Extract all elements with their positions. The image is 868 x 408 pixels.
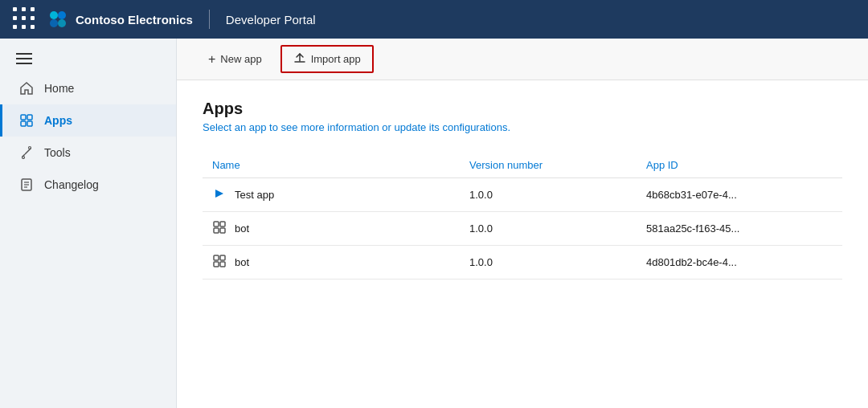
sidebar-item-changelog[interactable]: Changelog [0,169,176,201]
apps-table: Name Version number App ID Test app 1.0.… [203,153,842,279]
app-version-cell: 1.0.0 [460,178,637,212]
app-name: Test app [235,189,274,201]
table-row[interactable]: Test app 1.0.0 4b68cb31-e07e-4... [203,178,842,212]
apps-icon [18,112,35,129]
hamburger-button[interactable] [0,45,176,72]
grid-icon [212,254,227,271]
app-id-cell: 4d801db2-bc4e-4... [637,246,842,279]
sidebar-item-tools[interactable]: Tools [0,137,176,169]
app-name: bot [235,256,249,268]
grid-menu-icon[interactable] [13,7,37,31]
col-header-appid: App ID [637,153,842,178]
svg-rect-4 [21,115,26,120]
page-subtitle: Select an app to see more information or… [203,121,842,133]
apps-content: Apps Select an app to see more informati… [177,80,868,408]
app-name-cell: bot [203,212,460,246]
sidebar-label-changelog: Changelog [44,178,99,191]
svg-rect-20 [220,228,225,233]
grid-icon [212,220,227,237]
new-app-button[interactable]: + New app [196,47,274,72]
svg-rect-22 [220,255,225,260]
app-id-cell: 4b68cb31-e07e-4... [637,178,842,212]
app-name: bot [235,222,249,235]
svg-point-9 [23,157,25,159]
sidebar-item-home[interactable]: Home [0,72,176,104]
toolbar: + New app Import app [177,39,868,80]
sidebar-item-apps[interactable]: Apps [0,104,176,137]
svg-rect-21 [214,255,219,260]
svg-point-1 [58,11,66,19]
sidebar-label-tools: Tools [44,146,71,159]
svg-rect-6 [21,121,26,126]
plus-icon: + [208,52,215,67]
app-name-cell: Test app [203,178,460,212]
svg-rect-24 [220,262,225,267]
hamburger-icon [16,53,32,64]
page-title: Apps [203,100,842,118]
svg-rect-17 [214,222,219,226]
upload-icon [293,51,306,67]
logo-icon [47,8,69,31]
home-icon [18,80,35,96]
company-name: Contoso Electronics [76,13,193,27]
col-header-version: Version number [460,153,637,178]
svg-point-8 [29,147,31,149]
app-name-cell: bot [203,246,460,279]
svg-rect-19 [214,228,219,233]
nav-divider [209,10,210,29]
svg-marker-16 [215,190,223,198]
arrow-icon [212,186,227,203]
top-navigation: Contoso Electronics Developer Portal [0,0,868,39]
table-row[interactable]: bot 1.0.0 581aa25c-f163-45... [203,212,842,246]
sidebar-label-home: Home [44,82,74,95]
svg-point-3 [58,19,66,27]
tools-icon [18,145,35,161]
portal-name: Developer Portal [226,13,316,27]
app-version-cell: 1.0.0 [460,212,637,246]
table-header-row: Name Version number App ID [203,153,842,178]
sidebar: Home Apps Tools [0,39,177,408]
main-content: + New app Import app Apps Select an app … [177,39,868,408]
svg-rect-7 [27,121,32,126]
svg-rect-5 [27,115,32,120]
sidebar-label-apps: Apps [44,114,72,127]
col-header-name: Name [203,153,460,178]
svg-rect-23 [214,262,219,267]
import-app-label: Import app [311,53,361,65]
app-version-cell: 1.0.0 [460,246,637,279]
svg-point-0 [50,11,58,19]
changelog-icon [18,177,35,193]
svg-point-2 [50,19,58,27]
app-id-cell: 581aa25c-f163-45... [637,212,842,246]
new-app-label: New app [220,53,261,65]
import-app-button[interactable]: Import app [280,45,374,73]
logo: Contoso Electronics [47,8,193,31]
svg-rect-18 [220,222,225,226]
table-row[interactable]: bot 1.0.0 4d801db2-bc4e-4... [203,246,842,279]
